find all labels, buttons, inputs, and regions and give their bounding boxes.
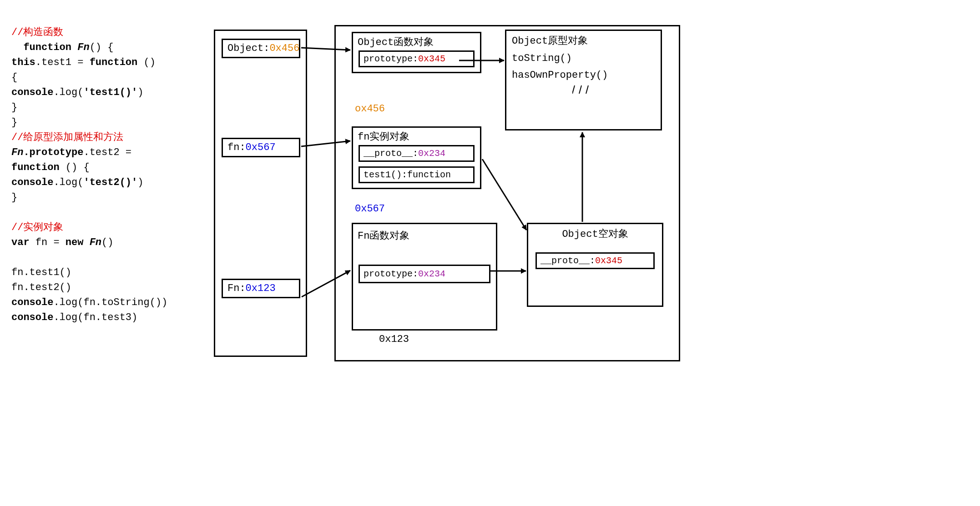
object-empty-proto: __proto__:0x345 [535, 252, 655, 269]
stack-region [214, 30, 307, 357]
Fn-func-prototype: prototype:0x234 [359, 265, 490, 283]
heap-addr-0x567: 0x567 [355, 203, 385, 215]
stack-var-object: Object:0x456 [222, 39, 300, 58]
fn-instance-test1: test1():function [359, 166, 475, 183]
code-block: //构造函数 function Fn() { this.test1 = func… [11, 25, 202, 325]
heap-box-fn-instance: fn实例对象 __proto__:0x234 test1():function [352, 126, 481, 189]
heap-box-object-func: Object函数对象 prototype:0x345 [352, 32, 481, 73]
heap-box-Fn-func: Fn函数对象 prototype:0x234 [352, 223, 497, 331]
stack-var-fn: fn:0x567 [222, 138, 300, 157]
comment-2: //给原型添加属性和方法 [11, 132, 123, 143]
object-func-prototype: prototype:0x345 [359, 50, 475, 67]
fn-instance-proto: __proto__:0x234 [359, 145, 475, 162]
object-empty-box: Object空对象 __proto__:0x345 [527, 223, 663, 307]
heap-addr-ox456: ox456 [355, 103, 385, 115]
ellipsis-icon [506, 84, 661, 98]
heap-addr-0x123: 0x123 [379, 334, 409, 345]
comment-3: //实例对象 [11, 222, 63, 233]
object-prototype-box: Object原型对象 toString() hasOwnProperty() [505, 30, 662, 130]
stack-var-Fn: Fn:0x123 [222, 279, 300, 298]
comment-1: //构造函数 [11, 27, 63, 38]
